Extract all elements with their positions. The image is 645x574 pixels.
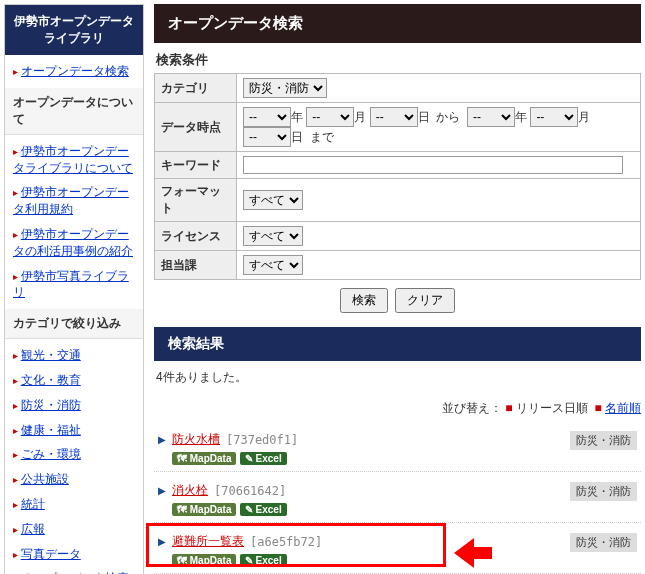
cond-keyword-label: キーワード <box>155 152 237 179</box>
sidebar-category-item[interactable]: 広報 <box>21 522 45 536</box>
cond-format-select[interactable]: すべて <box>243 190 303 210</box>
square-icon: ■ <box>505 401 512 415</box>
cond-license-label: ライセンス <box>155 222 237 251</box>
date-to-month[interactable]: -- <box>530 107 578 127</box>
sidebar-header: 伊勢市オープンデータライブラリ <box>5 5 143 55</box>
results-title: 検索結果 <box>154 327 641 361</box>
result-item: 防災・消防▶ 避難所一覧表 [a6e5fb72]🗺 MapData ✎ Exce… <box>154 527 641 574</box>
triangle-icon: ▶ <box>158 434 166 445</box>
cond-department-select[interactable]: すべて <box>243 255 303 275</box>
sidebar-category-item[interactable]: 観光・交通 <box>21 348 81 362</box>
sidebar-category-item[interactable]: ごみ・環境 <box>21 447 81 461</box>
sidebar-top-link[interactable]: オープンデータ検索 <box>21 64 129 78</box>
map-badge[interactable]: 🗺 MapData <box>172 554 236 567</box>
sidebar-about-item[interactable]: 伊勢市オープンデータライブラリについて <box>13 144 133 175</box>
triangle-icon: ▶ <box>158 536 166 547</box>
sidebar-category-item[interactable]: 統計 <box>21 497 45 511</box>
triangle-icon: ▶ <box>158 485 166 496</box>
cond-keyword-input[interactable] <box>243 156 623 174</box>
sidebar-category-item[interactable]: 写真データ <box>21 547 81 561</box>
date-from-month[interactable]: -- <box>306 107 354 127</box>
cond-category-select[interactable]: 防災・消防 <box>243 78 327 98</box>
excel-badge[interactable]: ✎ Excel <box>240 503 287 516</box>
search-button[interactable]: 検索 <box>340 288 388 313</box>
cond-date-label: データ時点 <box>155 103 237 152</box>
sidebar-section-about: オープンデータについて <box>5 88 143 135</box>
sidebar-category-item[interactable]: 健康・福祉 <box>21 423 81 437</box>
result-title-link[interactable]: 避難所一覧表 <box>172 533 244 550</box>
page-title: オープンデータ検索 <box>154 4 641 43</box>
result-item: 防災・消防▶ 防火水槽 [737ed0f1]🗺 MapData ✎ Excel <box>154 425 641 472</box>
result-title-link[interactable]: 消火栓 <box>172 482 208 499</box>
excel-badge[interactable]: ✎ Excel <box>240 554 287 567</box>
sidebar-category-item[interactable]: 防災・消防 <box>21 398 81 412</box>
square-icon: ■ <box>594 401 601 415</box>
sidebar-section-categories: カテゴリで絞り込み <box>5 309 143 339</box>
sidebar-about-item[interactable]: 伊勢市写真ライブラリ <box>13 269 129 300</box>
cond-category-label: カテゴリ <box>155 74 237 103</box>
sidebar-about-item[interactable]: 伊勢市オープンデータ利用規約 <box>13 185 129 216</box>
sort-name-link[interactable]: 名前順 <box>605 401 641 415</box>
search-conditions-label: 検索条件 <box>156 51 639 69</box>
cond-license-select[interactable]: すべて <box>243 226 303 246</box>
excel-badge[interactable]: ✎ Excel <box>240 452 287 465</box>
cond-department-label: 担当課 <box>155 251 237 280</box>
sidebar-about-item[interactable]: 伊勢市オープンデータの利活用事例の紹介 <box>13 227 133 258</box>
result-hash: [70661642] <box>214 484 286 498</box>
sidebar-category-item[interactable]: 文化・教育 <box>21 373 81 387</box>
date-to-day[interactable]: -- <box>243 127 291 147</box>
result-tag[interactable]: 防災・消防 <box>570 533 637 552</box>
result-hash: [a6e5fb72] <box>250 535 322 549</box>
result-tag[interactable]: 防災・消防 <box>570 482 637 501</box>
clear-button[interactable]: クリア <box>395 288 455 313</box>
cond-format-label: フォーマット <box>155 179 237 222</box>
result-title-link[interactable]: 防火水槽 <box>172 431 220 448</box>
sidebar-category-item[interactable]: 公共施設 <box>21 472 69 486</box>
date-from-day[interactable]: -- <box>370 107 418 127</box>
date-to-year[interactable]: -- <box>467 107 515 127</box>
search-conditions-table: カテゴリ 防災・消防 データ時点 --年 --月 --日 から --年 --月 … <box>154 73 641 280</box>
sort-row: 並び替え： ■ リリース日順 ■ 名前順 <box>154 400 641 417</box>
result-hash: [737ed0f1] <box>226 433 298 447</box>
date-from-year[interactable]: -- <box>243 107 291 127</box>
result-tag[interactable]: 防災・消防 <box>570 431 637 450</box>
sidebar: 伊勢市オープンデータライブラリ オープンデータ検索 オープンデータについて 伊勢… <box>4 4 144 574</box>
main: オープンデータ検索 検索条件 カテゴリ 防災・消防 データ時点 --年 --月 … <box>154 4 641 574</box>
map-badge[interactable]: 🗺 MapData <box>172 503 236 516</box>
result-item: 防災・消防▶ 消火栓 [70661642]🗺 MapData ✎ Excel <box>154 476 641 523</box>
results-count: 4件ありました。 <box>156 369 639 386</box>
map-badge[interactable]: 🗺 MapData <box>172 452 236 465</box>
